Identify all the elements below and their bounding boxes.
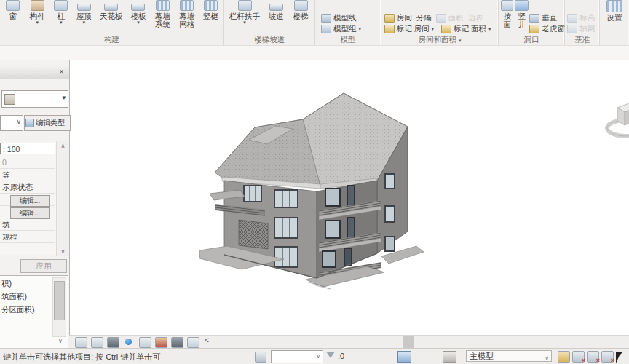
graphics-options-edit-button[interactable]: 编辑...: [10, 207, 50, 219]
mullion-icon: [204, 0, 218, 11]
area-button[interactable]: 面积: [436, 12, 464, 23]
selection-count: :0: [338, 352, 344, 360]
visibility-edit-button[interactable]: 编辑...: [10, 195, 50, 207]
mullion-button[interactable]: 竖梃: [200, 0, 221, 34]
settings-button[interactable]: 设置: [602, 0, 627, 34]
apply-button[interactable]: 应用: [20, 259, 67, 273]
parts-visibility-value[interactable]: 示原状态: [0, 181, 55, 194]
area-boundary-button[interactable]: 边界: [468, 12, 483, 23]
shaft-opening-button[interactable]: 竖井: [515, 0, 529, 34]
room-separator-button[interactable]: 分隔: [416, 12, 432, 23]
browser-item-area-plan-1[interactable]: 积): [1, 277, 12, 289]
exclude-options-icon[interactable]: [443, 351, 456, 363]
floor-button[interactable]: 楼板 ▾: [127, 0, 149, 34]
crop-view-icon[interactable]: [171, 337, 183, 348]
scale-value: 0: [0, 157, 55, 169]
model-group-button[interactable]: 模型组 ▾: [321, 23, 379, 34]
ramp-button[interactable]: 坡道: [264, 0, 288, 34]
scrollbar-thumb[interactable]: [403, 336, 414, 348]
building-3d-model[interactable]: [198, 70, 424, 299]
type-selector[interactable]: ▾: [1, 90, 68, 108]
browser-scrollbar[interactable]: [52, 277, 66, 337]
ceiling-button[interactable]: 天花板: [97, 0, 125, 34]
window-icon: [6, 0, 20, 11]
browser-scrollbar-thumb[interactable]: [54, 281, 65, 320]
area-icon: [436, 14, 446, 23]
stair-icon: [294, 0, 308, 11]
sun-path-icon[interactable]: [123, 337, 134, 347]
level-icon: [567, 14, 577, 23]
ribbon-group-label-opening: 洞口: [499, 34, 564, 45]
curtain-grid-button[interactable]: 幕墙网格: [175, 0, 198, 34]
collapse-view-bar-icon[interactable]: <: [205, 336, 209, 344]
browser-item-area-plan-2[interactable]: 筑面积): [1, 290, 27, 302]
filter-icon[interactable]: [326, 352, 335, 358]
options-bar: [0, 45, 629, 61]
column-button[interactable]: 柱 ▾: [51, 0, 71, 34]
view-scale-value[interactable]: : 100: [0, 143, 55, 154]
building-rear-windows: [384, 173, 395, 252]
edit-type-button[interactable]: 编辑类型: [24, 115, 71, 131]
ribbon-group-circulation: 栏杆扶手 ▾ 坡道 楼梯 楼梯坡道: [224, 0, 315, 45]
status-hint-text: 键并单击可选择其他项目; 按 Ctrl 键并单击可: [3, 352, 160, 363]
browser-scroll-down-icon[interactable]: ∨: [55, 336, 66, 347]
render-icon[interactable]: [155, 337, 167, 348]
tag-area-icon: [441, 25, 451, 33]
building-lattice-screen: [239, 220, 268, 249]
window-button[interactable]: 窗: [2, 0, 23, 34]
ribbon-group-label-room-area[interactable]: 房间和面积 ▾: [381, 34, 499, 45]
opening-by-face-icon: [501, 0, 513, 11]
workset-combobox[interactable]: ∨: [271, 350, 323, 363]
detail-level-value[interactable]: 等: [0, 169, 55, 181]
scroll-down-icon[interactable]: ∨: [57, 247, 69, 256]
dormer-opening-button[interactable]: 老虎窗: [529, 23, 565, 34]
component-button[interactable]: 构件 ▾: [25, 0, 49, 34]
opening-by-face-button[interactable]: 按面: [501, 0, 513, 34]
select-pinned-icon[interactable]: ×: [587, 351, 599, 363]
status-bar: 键并单击可选择其他项目; 按 Ctrl 键并单击可 ∨ :0 主模型 ∨ × ×…: [0, 348, 629, 364]
railing-button[interactable]: 栏杆扶手 ▾: [226, 0, 263, 34]
model-line-icon: [321, 14, 331, 23]
grid-button[interactable]: 轴网: [567, 23, 598, 34]
shaft-opening-icon: [515, 0, 529, 11]
close-icon[interactable]: ×: [56, 66, 67, 77]
drawing-area-3d-view[interactable]: [69, 60, 629, 335]
drag-on-selection-icon[interactable]: [616, 352, 623, 363]
roof-button[interactable]: 屋顶 ▾: [72, 0, 95, 34]
grid-icon: [567, 25, 577, 33]
property-grid-scrollbar[interactable]: ∧ ∨: [56, 141, 69, 256]
stair-button[interactable]: 楼梯: [289, 0, 312, 34]
ribbon-group-datum: 标高 轴网 基准: [565, 0, 600, 45]
viewcube[interactable]: [604, 80, 629, 153]
hidden-lines-value[interactable]: 规程: [0, 231, 55, 243]
browser-item-area-plan-3[interactable]: 分区面积): [1, 304, 35, 315]
ribbon-group-label-model: 模型: [315, 34, 381, 45]
show-crop-region-icon[interactable]: [187, 337, 199, 348]
select-underlay-icon[interactable]: ×: [572, 351, 585, 363]
model-line-button[interactable]: 模型线: [321, 12, 379, 23]
vertical-opening-button[interactable]: 垂直: [529, 12, 565, 23]
properties-filter-combo[interactable]: ∨: [0, 115, 23, 131]
scale-icon[interactable]: [75, 337, 87, 348]
design-option-combobox[interactable]: 主模型 ∨: [466, 350, 552, 362]
tag-area-button[interactable]: 标记 面积 ▾: [441, 23, 491, 34]
level-button[interactable]: 标高: [567, 12, 598, 23]
shadows-icon[interactable]: [139, 337, 151, 348]
worksets-icon[interactable]: [255, 352, 266, 363]
ramp-icon: [269, 4, 283, 11]
detail-level-icon[interactable]: [91, 337, 103, 348]
properties-header[interactable]: ×: [0, 66, 69, 79]
editable-only-icon[interactable]: [397, 351, 411, 363]
scroll-up-icon[interactable]: ∧: [57, 141, 69, 151]
room-button[interactable]: 房间: [384, 12, 412, 23]
visual-style-icon[interactable]: [107, 337, 119, 348]
select-links-icon[interactable]: [558, 351, 570, 363]
curtain-system-button[interactable]: 幕墙系统: [151, 0, 174, 34]
tag-room-button[interactable]: 标记 房间 ▾: [384, 23, 434, 34]
building-roof-left-plane[interactable]: [215, 119, 320, 186]
discipline-value[interactable]: 筑: [0, 218, 55, 231]
ribbon-group-label-build: 构建: [0, 34, 223, 45]
select-by-face-icon[interactable]: ×: [601, 351, 614, 363]
family-type-icon: [4, 94, 15, 105]
roof-icon: [77, 4, 91, 11]
